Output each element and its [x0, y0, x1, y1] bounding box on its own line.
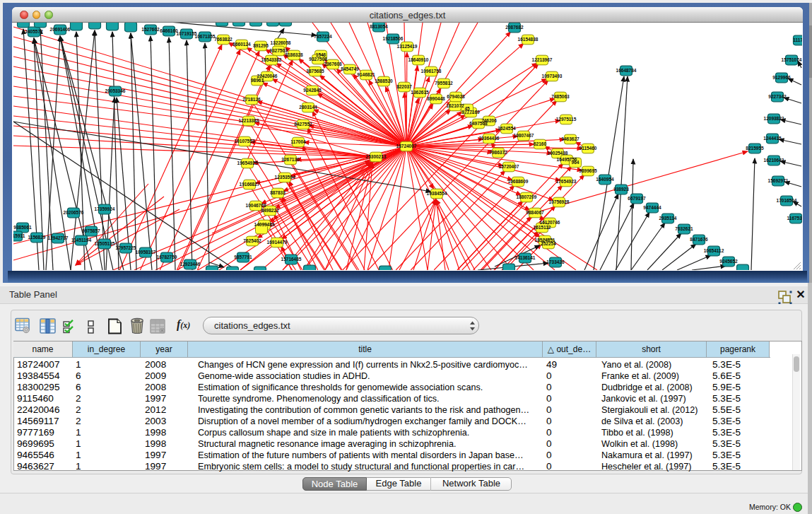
- svg-text:16782759: 16782759: [157, 255, 177, 259]
- svg-text:6794028: 6794028: [447, 94, 465, 99]
- svg-text:2935114: 2935114: [659, 216, 677, 221]
- svg-text:20053346: 20053346: [105, 88, 126, 93]
- svg-text:20206576: 20206576: [64, 210, 84, 215]
- svg-text:1405572: 1405572: [25, 29, 43, 34]
- svg-text:16914479: 16914479: [267, 240, 288, 245]
- svg-text:9899695: 9899695: [579, 168, 597, 173]
- svg-text:12093822: 12093822: [764, 116, 784, 121]
- svg-text:12975115: 12975115: [556, 117, 577, 122]
- svg-text:9463627: 9463627: [561, 136, 579, 141]
- svg-text:9884067: 9884067: [526, 210, 544, 215]
- svg-text:18724007: 18724007: [396, 144, 417, 148]
- svg-text:10958107: 10958107: [136, 250, 156, 255]
- svg-text:7632621: 7632621: [675, 226, 693, 231]
- svg-text:7663822: 7663822: [214, 37, 233, 42]
- svg-text:1588520: 1588520: [375, 78, 393, 83]
- svg-text:16154838: 16154838: [518, 37, 539, 42]
- svg-text:12942737: 12942737: [48, 235, 69, 240]
- svg-text:10961758: 10961758: [421, 69, 442, 74]
- svg-text:8215955: 8215955: [746, 146, 764, 151]
- svg-text:18640910: 18640910: [408, 57, 429, 62]
- svg-text:17654923: 17654923: [556, 179, 577, 184]
- svg-text:13226058: 13226058: [271, 40, 291, 45]
- svg-text:13125419: 13125419: [397, 44, 418, 49]
- svg-text:15751074: 15751074: [782, 57, 802, 62]
- svg-text:1362615: 1362615: [411, 90, 429, 95]
- svg-text:15692971: 15692971: [768, 178, 789, 183]
- svg-text:6497568: 6497568: [469, 121, 488, 126]
- svg-text:14099489: 14099489: [254, 222, 275, 227]
- svg-text:9242845: 9242845: [303, 88, 322, 93]
- svg-text:10025438: 10025438: [548, 151, 568, 156]
- svg-text:1615112: 1615112: [534, 225, 551, 230]
- svg-text:9115460: 9115460: [579, 146, 597, 151]
- svg-text:10807467: 10807467: [514, 133, 534, 138]
- svg-text:19384554: 19384554: [427, 191, 447, 196]
- svg-text:9975857: 9975857: [82, 228, 100, 233]
- svg-text:1244415: 1244415: [763, 136, 782, 141]
- svg-text:2803144: 2803144: [299, 105, 317, 110]
- svg-text:12213383: 12213383: [239, 118, 259, 123]
- svg-text:8660124: 8660124: [233, 42, 251, 47]
- svg-text:6679197: 6679197: [628, 196, 646, 201]
- svg-text:9327508: 9327508: [309, 57, 327, 62]
- svg-text:17359924: 17359924: [95, 206, 115, 211]
- svg-text:1167533: 1167533: [787, 216, 802, 221]
- svg-text:8813054: 8813054: [370, 24, 388, 29]
- svg-text:7485063: 7485063: [551, 94, 570, 99]
- svg-text:25300213: 25300213: [366, 154, 387, 159]
- svg-text:10046768: 10046768: [246, 203, 266, 208]
- svg-text:16120746: 16120746: [540, 220, 560, 225]
- svg-text:822037: 822037: [396, 84, 412, 89]
- svg-text:10973493: 10973493: [542, 74, 563, 78]
- svg-text:6466160: 6466160: [160, 28, 178, 33]
- svg-text:7625402: 7625402: [243, 238, 261, 243]
- svg-text:45: 45: [464, 106, 470, 111]
- svg-text:17016504: 17016504: [777, 198, 797, 203]
- svg-text:7986372: 7986372: [489, 150, 507, 155]
- svg-text:1733426: 1733426: [546, 259, 565, 264]
- svg-text:252254: 252254: [541, 241, 556, 246]
- svg-text:12923446: 12923446: [180, 262, 201, 267]
- svg-text:3267130: 3267130: [281, 157, 300, 162]
- svg-text:887833: 887833: [270, 190, 286, 195]
- svg-text:8454749: 8454749: [341, 66, 359, 71]
- svg-text:9146821: 9146821: [357, 72, 375, 77]
- svg-text:9245652: 9245652: [719, 259, 738, 264]
- svg-text:8990448: 8990448: [427, 96, 445, 101]
- svg-text:9474444: 9474444: [643, 205, 661, 210]
- svg-text:18807209: 18807209: [517, 194, 537, 199]
- svg-text:1640954: 1640954: [596, 177, 614, 182]
- svg-text:10688609: 10688609: [508, 179, 529, 184]
- svg-text:117004: 117004: [290, 139, 306, 144]
- svg-text:62160: 62160: [534, 141, 546, 146]
- svg-text:8471676: 8471676: [690, 237, 708, 242]
- svg-text:3915911: 3915911: [13, 233, 25, 238]
- svg-text:7857224: 7857224: [314, 34, 332, 39]
- svg-text:9857791: 9857791: [234, 255, 252, 259]
- svg-text:14136141: 14136141: [515, 255, 536, 260]
- svg-text:10107553: 10107553: [235, 139, 255, 144]
- svg-text:2087682: 2087682: [505, 25, 524, 30]
- svg-text:12213967: 12213967: [532, 57, 553, 62]
- svg-text:10671355: 10671355: [195, 34, 216, 39]
- svg-text:9227342: 9227342: [768, 94, 787, 99]
- svg-text:10719155: 10719155: [177, 31, 197, 36]
- svg-text:19166827: 19166827: [240, 182, 260, 187]
- svg-text:9385061: 9385061: [13, 225, 32, 230]
- svg-text:17957225: 17957225: [116, 245, 136, 250]
- svg-text:8427552: 8427552: [294, 122, 312, 127]
- svg-text:16648784: 16648784: [616, 68, 637, 73]
- svg-text:16543382: 16543382: [261, 57, 282, 62]
- svg-text:11451194: 11451194: [71, 238, 92, 243]
- svg-text:938923: 938923: [613, 187, 629, 192]
- svg-text:964: 964: [572, 160, 579, 165]
- svg-text:16033809: 16033809: [276, 23, 296, 23]
- svg-text:3875685: 3875685: [306, 69, 324, 74]
- svg-text:2718126: 2718126: [242, 97, 261, 102]
- svg-text:20691406: 20691406: [50, 27, 71, 32]
- svg-text:1621072: 1621072: [446, 103, 464, 108]
- svg-text:15720407: 15720407: [499, 164, 519, 169]
- svg-text:98961: 98961: [251, 78, 264, 83]
- svg-text:12505135: 12505135: [95, 241, 115, 246]
